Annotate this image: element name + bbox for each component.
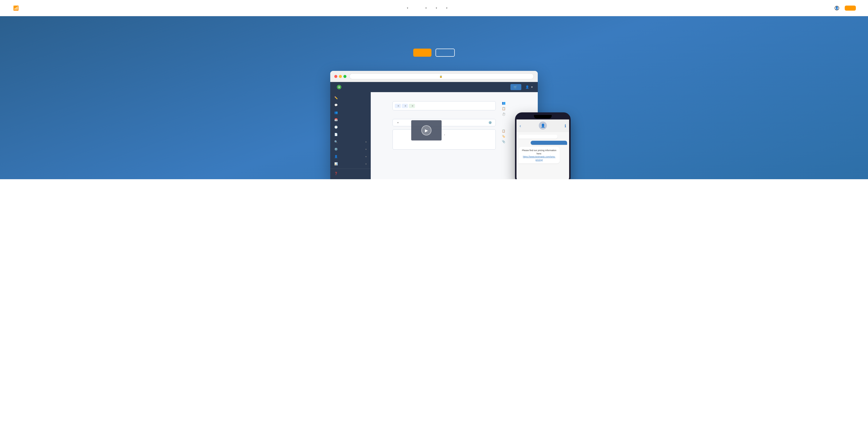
sidebar-item-templates[interactable]: 📄 [330,131,371,138]
lookup-icon: 🔍 [334,140,338,144]
phone-header: ‹ 👤 ℹ [517,119,569,132]
from-label [377,119,390,121]
recipient-ashly: ✕ [402,104,408,108]
contacts-icon: 👥 [334,111,338,114]
logo[interactable]: 📶 [12,5,19,11]
to-row: ✕ ✕ ✕ [377,101,532,116]
hero-section: 🔒 + 🛒 👤 [0,16,868,179]
sidebar-item-history[interactable]: 🕐 [330,123,371,131]
templates-icon: 📄 [334,133,338,136]
sidebar-item-compose[interactable]: ✏️ [330,94,371,101]
sender-settings-link[interactable]: ⚙️ [488,121,493,124]
view-pricing-button[interactable] [436,49,455,57]
play-button[interactable]: ▶ [421,125,431,136]
login-link[interactable]: 👤 [835,6,841,10]
insert-tag-icon: 🏷️ [502,135,505,138]
app-logo-plus[interactable]: + [337,85,341,89]
message-row: , 📋 🏷️ [377,129,532,151]
features-caret: ▾ [407,7,408,9]
browser-dots [334,75,346,78]
panel-contacts[interactable]: 👥 [502,101,532,105]
account-icon: 👤 [334,155,338,158]
chats-icon: 💬 [334,103,338,107]
phone-contact-info: 👤 [539,121,547,130]
from-number-select[interactable]: ▾ ⚙️ [393,119,496,126]
sidebar: ✏️ 💬 👥 📅 [330,92,371,179]
message-textarea[interactable]: , [393,129,496,150]
close-dot [334,75,337,78]
compose-panel: ✕ ✕ ✕ [371,92,538,179]
phone-mockup: ‹ 👤 ℹ Please find our pricing informatio… [515,112,571,179]
help-icon: ❓ [334,172,338,175]
browser-bar: 🔒 [330,71,538,82]
char-count [393,150,496,151]
compose-icon: ✏️ [334,96,338,99]
phone-back-button[interactable]: ‹ [520,123,521,128]
pricing-link[interactable]: https://www.textmagic.com/sms-pricing/ [523,155,555,161]
phone-messages: Please find our pricing information here… [517,132,569,179]
from-field: ▾ ⚙️ [393,119,496,126]
reporting-icon: 📊 [334,162,338,166]
from-caret: ▾ [397,121,399,124]
account-arrow: ▾ [365,155,367,158]
gear-icon: ⚙️ [488,121,492,124]
sidebar-item-services[interactable]: ⚙️ ▾ [330,146,371,153]
help-caret: ▾ [446,7,447,9]
login-user-icon: 👤 [835,6,839,10]
navbar: 📶 ▾ ▾ ▾ ▾ 👤 [0,0,868,16]
panel-contacts-icon: 👥 [502,101,506,105]
message-label [377,129,390,131]
from-row: ▾ ⚙️ [377,119,532,126]
nav-right: 👤 [835,6,856,11]
user-menu[interactable]: 👤 ▾ [525,85,533,89]
remove-charles[interactable]: ✕ [397,105,399,107]
sidebar-item-chats[interactable]: 💬 [330,101,371,109]
sidebar-help[interactable]: ❓ [330,170,371,177]
reporting-arrow: ▾ [365,163,367,165]
history-icon: 🕐 [334,125,338,129]
insert-template-icon: 📋 [502,129,505,132]
lookup-arrow: ▾ [365,141,367,143]
app-logo: + [335,85,341,89]
phone-avatar: 👤 [539,121,547,129]
hero-buttons [413,49,455,57]
services-arrow: ▾ [365,148,367,151]
maximize-dot [343,75,346,78]
remove-ashly[interactable]: ✕ [404,105,406,107]
nav-links: ▾ ▾ ▾ ▾ [406,7,447,9]
user-caret: ▾ [531,85,533,89]
recipient-charles: ✕ [395,104,401,108]
remove-new-leads[interactable]: ✕ [411,105,413,107]
scheduled-icon: 📅 [334,118,338,121]
panel-lists[interactable]: 📋 [502,107,532,110]
nav-help[interactable]: ▾ [445,7,447,9]
recipients-input[interactable]: ✕ ✕ ✕ [393,101,496,110]
sidebar-item-scheduled[interactable]: 📅 [330,116,371,123]
browser-mockup: 🔒 + 🛒 👤 [330,71,538,179]
url-bar: 🔒 [349,73,534,79]
nav-resources[interactable]: ▾ [435,7,437,9]
message-bubble-received-2: Please find our pricing information here… [519,147,560,163]
services-icon: ⚙️ [334,148,338,151]
minimize-dot [339,75,342,78]
message-field: , [393,129,496,151]
app-header: + 🛒 👤 ▾ [330,82,538,92]
phone-info-button[interactable]: ℹ [565,123,566,128]
user-icon: 👤 [525,85,529,89]
free-trial-nav-button[interactable] [845,6,856,11]
nav-customers[interactable]: ▾ [424,7,427,9]
nav-features[interactable]: ▾ [406,7,408,9]
recipient-new-leads: ✕ [409,104,415,108]
start-free-trial-button[interactable] [413,49,431,57]
message-bubble-received-1 [519,135,557,139]
cart-icon: 🛒 [514,85,517,89]
app-header-right: 🛒 👤 ▾ [506,84,533,90]
sidebar-item-reporting[interactable]: 📊 ▾ [330,160,371,168]
sidebar-item-contacts[interactable]: 👥 [330,109,371,116]
sidebar-item-account[interactable]: 👤 ▾ [330,153,371,160]
buy-credit-button[interactable]: 🛒 [510,84,521,90]
lock-icon: 🔒 [439,75,442,78]
attach-file-icon: 📎 [502,140,505,143]
message-bubble-sent-1 [531,141,567,145]
sidebar-item-lookup[interactable]: 🔍 ▾ [330,138,371,146]
